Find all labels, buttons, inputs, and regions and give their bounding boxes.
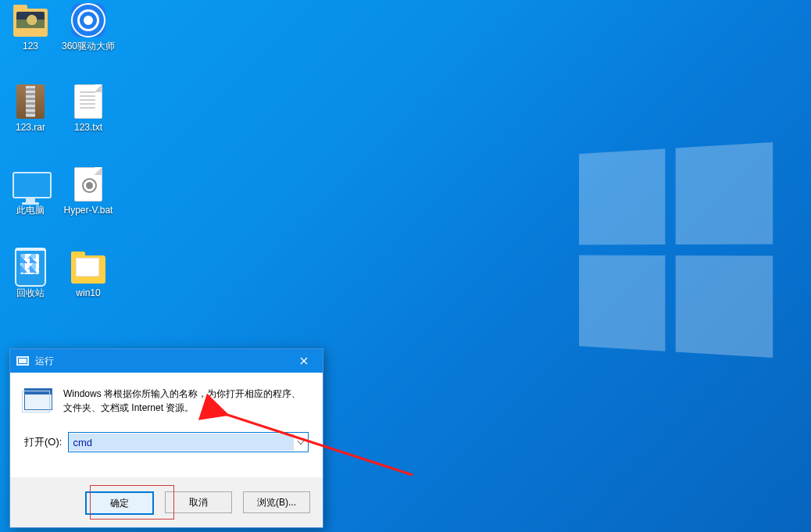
icon-label: 360驱动大师 bbox=[60, 41, 116, 52]
icon-label: 123 bbox=[2, 41, 59, 52]
app-icon bbox=[71, 3, 105, 37]
browse-button[interactable]: 浏览(B)... bbox=[243, 491, 310, 513]
windows-light-logo bbox=[579, 142, 773, 358]
dialog-titlebar[interactable]: 运行 bbox=[10, 349, 323, 373]
icon-label: 回收站 bbox=[2, 287, 59, 298]
close-icon bbox=[300, 357, 308, 365]
ok-button[interactable]: 确定 bbox=[85, 491, 154, 515]
icon-label: 123.rar bbox=[2, 122, 59, 133]
rar-icon bbox=[16, 84, 45, 119]
icon-label: win10 bbox=[60, 287, 116, 298]
folder-icon bbox=[71, 255, 105, 284]
bat-icon bbox=[74, 167, 102, 202]
desktop-icon-win10-folder[interactable]: win10 bbox=[60, 250, 116, 298]
desktop-icon-bat[interactable]: Hyper-V.bat bbox=[60, 167, 116, 216]
combobox-dropdown-button[interactable] bbox=[293, 434, 308, 451]
open-label: 打开(O): bbox=[24, 435, 62, 449]
desktop-icon-txt[interactable]: 123.txt bbox=[60, 84, 116, 133]
icon-label: Hyper-V.bat bbox=[60, 205, 116, 216]
desktop-icon-recycle-bin[interactable]: 回收站 bbox=[2, 250, 59, 298]
desktop-icon-this-pc[interactable]: 此电脑 bbox=[2, 167, 59, 216]
recycle-bin-icon bbox=[15, 248, 46, 287]
dialog-message: Windows 将根据你所输入的名称，为你打开相应的程序、文件夹、文档或 Int… bbox=[63, 387, 309, 415]
dialog-title: 运行 bbox=[35, 355, 287, 368]
dialog-button-row: 确定 取消 浏览(B)... bbox=[10, 477, 323, 527]
pc-icon bbox=[13, 172, 48, 200]
run-dialog: 运行 Windows 将根据你所输入的名称，为你打开相应的程序、文件夹、文档或 … bbox=[9, 348, 323, 528]
desktop-icon-folder-123[interactable]: 123 bbox=[2, 3, 59, 52]
desktop-icon-360[interactable]: 360驱动大师 bbox=[60, 3, 116, 52]
run-program-icon bbox=[24, 388, 52, 410]
open-input[interactable] bbox=[69, 434, 293, 451]
desktop[interactable]: 123 360驱动大师 123.rar 123.txt 此电脑 Hyper-V.… bbox=[0, 0, 811, 532]
icon-label: 123.txt bbox=[60, 122, 116, 133]
run-system-icon bbox=[16, 356, 29, 366]
close-button[interactable] bbox=[287, 349, 321, 373]
open-combobox[interactable] bbox=[68, 432, 309, 452]
txt-icon bbox=[74, 84, 102, 119]
desktop-icon-rar[interactable]: 123.rar bbox=[2, 84, 59, 133]
cancel-button[interactable]: 取消 bbox=[165, 491, 232, 513]
icon-label: 此电脑 bbox=[2, 205, 59, 216]
folder-icon bbox=[13, 9, 48, 37]
chevron-down-icon bbox=[298, 441, 304, 445]
